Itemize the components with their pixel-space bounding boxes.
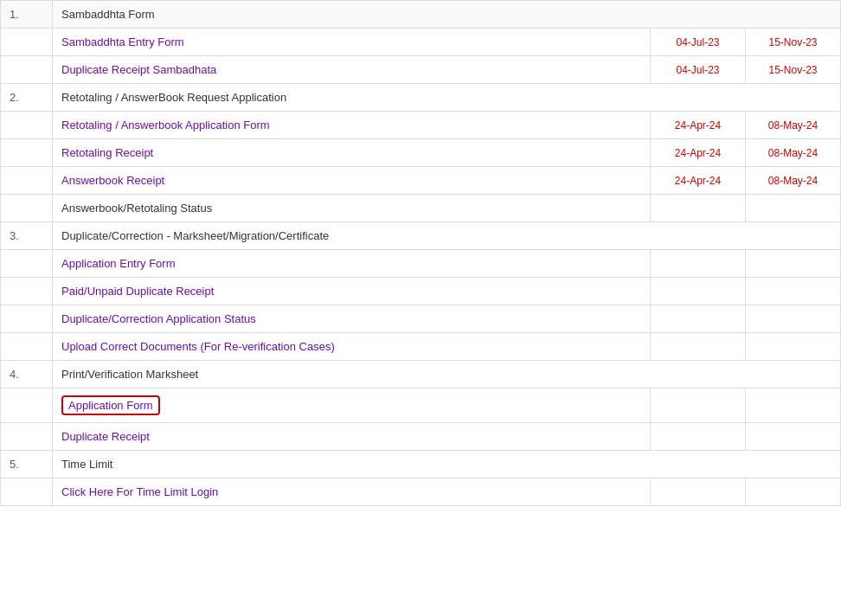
- item-link[interactable]: Retotaling / Answerbook Application Form: [61, 119, 270, 132]
- row-number: [1, 278, 53, 305]
- item-row: Duplicate/Correction Application Status: [1, 305, 841, 333]
- item-row: Sambaddhta Entry Form04-Jul-2315-Nov-23: [1, 29, 841, 56]
- item-label[interactable]: Duplicate Receipt: [53, 423, 651, 451]
- row-number: [1, 195, 53, 222]
- date-end: [746, 333, 841, 361]
- item-row: Application Entry Form: [1, 250, 841, 278]
- item-label[interactable]: Click Here For Time Limit Login: [53, 478, 651, 506]
- date-start: [651, 278, 746, 305]
- main-table: 1.Sambaddhta FormSambaddhta Entry Form04…: [0, 0, 841, 506]
- item-label[interactable]: Application Entry Form: [53, 250, 651, 278]
- date-start: 04-Jul-23: [651, 56, 746, 84]
- item-label[interactable]: Paid/Unpaid Duplicate Receipt: [53, 278, 651, 305]
- date-start: [651, 250, 746, 278]
- date-start: [651, 195, 746, 222]
- section-row: 1.Sambaddhta Form: [1, 1, 841, 29]
- row-number: [1, 423, 53, 451]
- row-number: 5.: [1, 451, 53, 478]
- row-number: [1, 388, 53, 423]
- date-start: [651, 388, 746, 423]
- item-row: Duplicate Receipt Sambadhata04-Jul-2315-…: [1, 56, 841, 84]
- date-start: [651, 333, 746, 361]
- section-label: Time Limit: [53, 451, 841, 478]
- date-start: [651, 305, 746, 333]
- date-end: [746, 305, 841, 333]
- section-title: Duplicate/Correction - Marksheet/Migrati…: [61, 229, 329, 242]
- item-link[interactable]: Duplicate Receipt: [61, 430, 150, 443]
- item-link[interactable]: Click Here For Time Limit Login: [61, 485, 218, 498]
- date-end: 08-May-24: [746, 112, 841, 139]
- date-end: [746, 278, 841, 305]
- item-label[interactable]: Retotaling / Answerbook Application Form: [53, 112, 651, 139]
- row-number: [1, 29, 53, 56]
- date-end: [746, 388, 841, 423]
- item-link[interactable]: Application Entry Form: [61, 257, 176, 270]
- row-number: 3.: [1, 222, 53, 250]
- item-link[interactable]: Duplicate Receipt Sambadhata: [61, 63, 216, 76]
- item-link[interactable]: Upload Correct Documents (For Re-verific…: [61, 340, 335, 353]
- item-label[interactable]: Answerbook/Retotaling Status: [53, 195, 651, 222]
- date-end: [746, 423, 841, 451]
- section-title: Sambaddhta Form: [61, 8, 155, 21]
- date-end: 08-May-24: [746, 167, 841, 195]
- row-number: [1, 112, 53, 139]
- item-label[interactable]: Sambaddhta Entry Form: [53, 29, 651, 56]
- date-end: [746, 478, 841, 506]
- item-label[interactable]: Application Form: [53, 388, 651, 423]
- item-link[interactable]: Paid/Unpaid Duplicate Receipt: [61, 285, 214, 298]
- item-link[interactable]: Retotaling Receipt: [61, 146, 153, 159]
- row-number: [1, 478, 53, 506]
- item-row: Answerbook Receipt24-Apr-2408-May-24: [1, 167, 841, 195]
- date-start: 24-Apr-24: [651, 112, 746, 139]
- section-label: Retotaling / AnswerBook Request Applicat…: [53, 84, 841, 112]
- row-number: 1.: [1, 1, 53, 29]
- date-start: [651, 478, 746, 506]
- item-label[interactable]: Duplicate Receipt Sambadhata: [53, 56, 651, 84]
- date-end: 15-Nov-23: [746, 29, 841, 56]
- row-number: 2.: [1, 84, 53, 112]
- item-row: Duplicate Receipt: [1, 423, 841, 451]
- section-label: Sambaddhta Form: [53, 1, 841, 29]
- date-end: 08-May-24: [746, 139, 841, 167]
- section-row: 3.Duplicate/Correction - Marksheet/Migra…: [1, 222, 841, 250]
- section-row: 2.Retotaling / AnswerBook Request Applic…: [1, 84, 841, 112]
- item-link[interactable]: Sambaddhta Entry Form: [61, 35, 184, 48]
- item-label[interactable]: Retotaling Receipt: [53, 139, 651, 167]
- section-label: Print/Verification Marksheet: [53, 361, 841, 388]
- item-row: Upload Correct Documents (For Re-verific…: [1, 333, 841, 361]
- row-number: [1, 56, 53, 84]
- section-row: 4.Print/Verification Marksheet: [1, 361, 841, 388]
- section-title: Print/Verification Marksheet: [61, 368, 198, 381]
- item-row: Application Form: [1, 388, 841, 423]
- item-label[interactable]: Upload Correct Documents (For Re-verific…: [53, 333, 651, 361]
- row-number: [1, 333, 53, 361]
- item-link[interactable]: Duplicate/Correction Application Status: [61, 312, 256, 325]
- item-row: Answerbook/Retotaling Status: [1, 195, 841, 222]
- date-start: 24-Apr-24: [651, 139, 746, 167]
- item-link[interactable]: Answerbook/Retotaling Status: [61, 202, 212, 215]
- section-title: Time Limit: [61, 458, 112, 471]
- item-row: Retotaling / Answerbook Application Form…: [1, 112, 841, 139]
- date-start: 24-Apr-24: [651, 167, 746, 195]
- date-end: 15-Nov-23: [746, 56, 841, 84]
- row-number: [1, 305, 53, 333]
- date-end: [746, 195, 841, 222]
- date-end: [746, 250, 841, 278]
- row-number: [1, 250, 53, 278]
- item-row: Click Here For Time Limit Login: [1, 478, 841, 506]
- item-link[interactable]: Answerbook Receipt: [61, 174, 164, 187]
- item-label[interactable]: Duplicate/Correction Application Status: [53, 305, 651, 333]
- row-number: 4.: [1, 361, 53, 388]
- section-title: Retotaling / AnswerBook Request Applicat…: [61, 91, 286, 104]
- row-number: [1, 139, 53, 167]
- section-label: Duplicate/Correction - Marksheet/Migrati…: [53, 222, 841, 250]
- highlighted-link[interactable]: Application Form: [61, 395, 160, 415]
- section-row: 5.Time Limit: [1, 451, 841, 478]
- item-row: Paid/Unpaid Duplicate Receipt: [1, 278, 841, 305]
- row-number: [1, 167, 53, 195]
- date-start: [651, 423, 746, 451]
- item-label[interactable]: Answerbook Receipt: [53, 167, 651, 195]
- date-start: 04-Jul-23: [651, 29, 746, 56]
- item-row: Retotaling Receipt24-Apr-2408-May-24: [1, 139, 841, 167]
